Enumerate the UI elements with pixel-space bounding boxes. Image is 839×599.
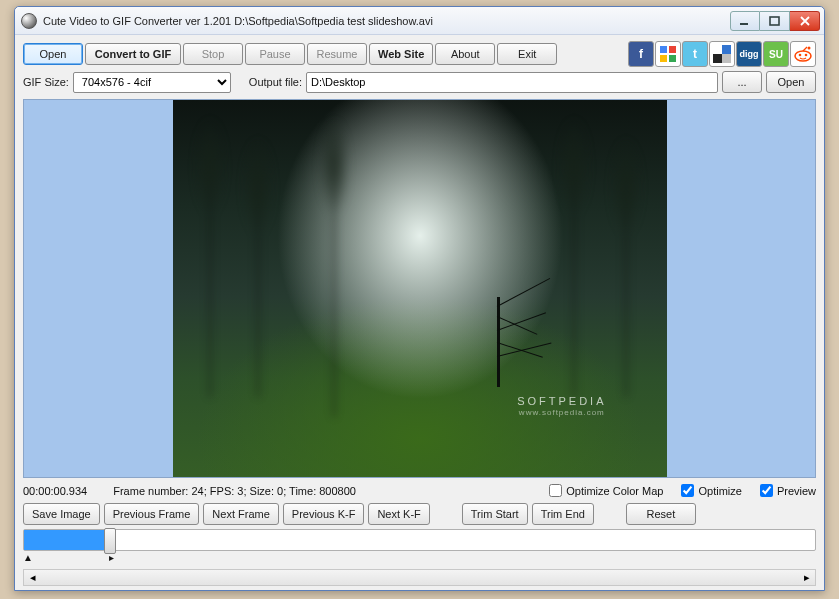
trim-start-button[interactable]: Trim Start [462, 503, 528, 525]
preview-pane: SOFTPEDIA www.softpedia.com [23, 99, 816, 478]
watermark-url: www.softpedia.com [517, 408, 606, 417]
trim-end-button[interactable]: Trim End [532, 503, 594, 525]
time-position: 00:00:00.934 [23, 485, 87, 497]
size-output-row: GIF Size: 704x576 - 4cif Output file: ..… [23, 71, 816, 93]
open-button[interactable]: Open [23, 43, 83, 65]
marker-start-icon: ▲ [23, 552, 33, 563]
gif-size-label: GIF Size: [23, 76, 69, 88]
output-file-input[interactable] [306, 72, 718, 93]
facebook-icon[interactable]: f [628, 41, 654, 67]
social-links: f t digg SU [628, 41, 816, 67]
status-row: 00:00:00.934 Frame number: 24; FPS: 3; S… [23, 482, 816, 499]
previous-frame-button[interactable]: Previous Frame [104, 503, 200, 525]
google-icon[interactable] [655, 41, 681, 67]
convert-to-gif-button[interactable]: Convert to GIF [85, 43, 181, 65]
delicious-icon[interactable] [709, 41, 735, 67]
about-button[interactable]: About [435, 43, 495, 65]
title-bar[interactable]: Cute Video to GIF Converter ver 1.201 D:… [15, 7, 824, 35]
stumbleupon-icon[interactable]: SU [763, 41, 789, 67]
twitter-icon[interactable]: t [682, 41, 708, 67]
video-preview-image: SOFTPEDIA www.softpedia.com [173, 100, 667, 477]
option-checks: Optimize Color Map Optimize Preview [549, 484, 816, 497]
svg-rect-3 [669, 46, 676, 53]
optimize-check[interactable]: Optimize [681, 484, 741, 497]
svg-rect-8 [713, 54, 722, 63]
frame-info: Frame number: 24; FPS: 3; Size: 0; Time:… [113, 485, 356, 497]
svg-rect-0 [740, 23, 748, 25]
resume-button[interactable]: Resume [307, 43, 367, 65]
svg-rect-7 [722, 45, 731, 54]
gif-size-select[interactable]: 704x576 - 4cif [73, 72, 231, 93]
svg-point-13 [808, 47, 811, 50]
minimize-button[interactable] [730, 11, 760, 31]
svg-rect-4 [660, 55, 667, 62]
watermark-brand: SOFTPEDIA [517, 395, 606, 407]
output-file-label: Output file: [249, 76, 302, 88]
app-window: Cute Video to GIF Converter ver 1.201 D:… [14, 6, 825, 591]
next-keyframe-button[interactable]: Next K-F [368, 503, 429, 525]
main-toolbar: Open Convert to GIF Stop Pause Resume We… [23, 41, 816, 67]
svg-point-12 [805, 54, 808, 57]
slider-fill [24, 530, 110, 550]
timeline-slider[interactable] [23, 529, 816, 551]
slider-thumb[interactable] [104, 528, 116, 554]
maximize-button[interactable] [760, 11, 790, 31]
exit-button[interactable]: Exit [497, 43, 557, 65]
scroll-left-icon[interactable]: ◂ [24, 570, 41, 585]
svg-rect-5 [669, 55, 676, 62]
frame-controls: Save Image Previous Frame Next Frame Pre… [23, 503, 816, 525]
reddit-icon[interactable] [790, 41, 816, 67]
browse-output-button[interactable]: ... [722, 71, 762, 93]
svg-rect-6 [713, 45, 722, 54]
previous-keyframe-button[interactable]: Previous K-F [283, 503, 365, 525]
open-output-button[interactable]: Open [766, 71, 816, 93]
digg-icon[interactable]: digg [736, 41, 762, 67]
svg-rect-1 [770, 17, 779, 25]
save-image-button[interactable]: Save Image [23, 503, 100, 525]
app-icon [21, 13, 37, 29]
stop-button[interactable]: Stop [183, 43, 243, 65]
close-button[interactable] [790, 11, 820, 31]
scroll-right-icon[interactable]: ▸ [798, 570, 815, 585]
svg-point-11 [799, 54, 802, 57]
preview-check[interactable]: Preview [760, 484, 816, 497]
window-title: Cute Video to GIF Converter ver 1.201 D:… [43, 15, 724, 27]
horizontal-scrollbar[interactable]: ◂ ▸ [23, 569, 816, 586]
pause-button[interactable]: Pause [245, 43, 305, 65]
svg-rect-9 [722, 54, 731, 63]
marker-current-icon: ▸ [109, 552, 114, 563]
svg-rect-2 [660, 46, 667, 53]
client-area: Open Convert to GIF Stop Pause Resume We… [15, 35, 824, 590]
website-button[interactable]: Web Site [369, 43, 433, 65]
watermark: SOFTPEDIA www.softpedia.com [517, 393, 606, 417]
window-controls [730, 11, 820, 31]
optimize-colormap-check[interactable]: Optimize Color Map [549, 484, 663, 497]
next-frame-button[interactable]: Next Frame [203, 503, 278, 525]
reset-button[interactable]: Reset [626, 503, 696, 525]
slider-markers: ▲ ▸ [23, 555, 816, 565]
